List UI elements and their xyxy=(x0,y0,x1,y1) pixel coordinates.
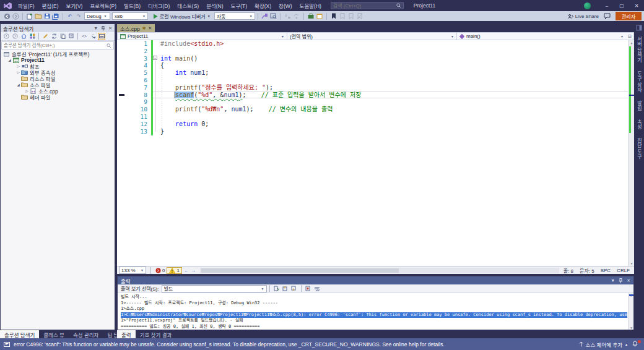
redo-icon[interactable]: ↷ xyxy=(74,12,83,20)
line-number[interactable]: 6 xyxy=(117,77,147,84)
line-ending-indicator[interactable]: CRLF xyxy=(617,268,630,273)
open-file-icon[interactable] xyxy=(34,12,43,20)
next-message-icon[interactable] xyxy=(290,285,298,292)
project-dropdown[interactable]: Project11 ▼ xyxy=(118,33,287,40)
maximize-button[interactable]: ▢ xyxy=(614,3,629,9)
live-share-button[interactable]: Live Share xyxy=(567,14,599,19)
editor-horizontal-scrollbar[interactable] xyxy=(200,268,559,273)
show-output-from-dropdown[interactable]: 빌드▼ xyxy=(162,285,267,292)
line-number[interactable]: 7 xyxy=(117,84,147,92)
split-window-button[interactable]: ⊟ xyxy=(626,33,633,40)
menu-project[interactable]: 프로젝트(P) xyxy=(87,1,120,11)
line-number[interactable]: 11 xyxy=(117,113,147,121)
window-position-icon[interactable]: ▼ xyxy=(611,278,615,283)
administrator-badge[interactable]: 관리자 xyxy=(616,12,642,20)
bookmark-icon[interactable] xyxy=(329,12,338,20)
caret-line-indicator[interactable]: 줄: 8 xyxy=(564,267,573,274)
se-switch-views-icon[interactable] xyxy=(28,33,36,40)
output-content[interactable]: 빌드 시작... 1>------ 빌드 시작: 프로젝트: Project11… xyxy=(118,293,633,330)
se-home-icon[interactable] xyxy=(20,33,27,40)
minimize-button[interactable]: – xyxy=(599,3,614,9)
solution-configuration-dropdown[interactable]: Debug▼ xyxy=(84,12,110,20)
tab-server-explorer[interactable]: 서버 탐색기 xyxy=(636,36,643,62)
se-pending-edit-icon[interactable] xyxy=(41,33,49,40)
solution-explorer-window-icon[interactable] xyxy=(315,12,324,20)
expander-expanded-icon[interactable]: ◢ xyxy=(15,83,21,87)
menu-analyze[interactable]: 분석(N) xyxy=(203,1,226,11)
output-header[interactable]: 출력 ▼ ✕ xyxy=(118,276,633,284)
line-number[interactable]: 12 xyxy=(117,121,147,128)
scroll-down-icon[interactable]: ▼ xyxy=(629,326,633,330)
menu-build[interactable]: 빌드(B) xyxy=(121,1,144,11)
find-in-files-icon[interactable] xyxy=(269,12,278,20)
tab-output[interactable]: 출력 xyxy=(117,330,136,338)
word-wrap-icon[interactable] xyxy=(313,285,321,292)
se-preview-selected-icon[interactable] xyxy=(98,33,105,40)
line-number[interactable]: 3 xyxy=(117,55,147,62)
scroll-down-icon[interactable]: ▼ xyxy=(629,262,634,265)
tab-property-manager[interactable]: 속성 관리자 xyxy=(69,330,103,338)
line-number[interactable]: 1 xyxy=(117,40,147,48)
navigate-forward-icon[interactable] xyxy=(11,12,20,20)
quick-search-box[interactable] xyxy=(331,2,404,9)
save-all-icon[interactable] xyxy=(51,12,60,20)
expander-collapsed-icon[interactable]: ▷ xyxy=(15,70,21,74)
tab-notifications[interactable]: 알림 xyxy=(636,101,643,111)
scope-dropdown[interactable]: (전역 범위) ▼ xyxy=(287,33,457,40)
spaces-indicator[interactable]: SPC xyxy=(601,268,611,273)
attach-to-process-icon[interactable] xyxy=(261,12,269,20)
tree-item-solution[interactable]: 솔루션 'Project11' (1/1개 프로젝트) xyxy=(1,51,115,57)
pin-icon[interactable] xyxy=(619,278,623,283)
next-issue-icon[interactable]: → xyxy=(191,268,196,273)
undo-icon[interactable]: ↶ xyxy=(66,12,74,20)
expander-collapsed-icon[interactable]: ▷ xyxy=(15,64,21,68)
tree-item-resource-files[interactable]: 리소스 파일 xyxy=(1,75,115,82)
menu-extensions[interactable]: 확장(X) xyxy=(251,1,274,11)
warning-count[interactable]: 1 xyxy=(167,267,181,274)
close-panel-icon[interactable]: ✕ xyxy=(627,278,630,283)
find-message-icon[interactable] xyxy=(272,285,281,292)
se-code-view-icon[interactable]: <> xyxy=(80,33,88,40)
start-debugging-button[interactable]: 로컬 Windows 디버거 ▼ xyxy=(151,12,212,20)
member-dropdown[interactable]: main() ▼ xyxy=(457,33,626,40)
solution-explorer-search-input[interactable] xyxy=(4,43,107,48)
caret-column-indicator[interactable]: 문자: 5 xyxy=(580,267,594,274)
previous-issue-icon[interactable]: ← xyxy=(184,268,189,273)
tab-find-symbol-results[interactable]: 기호 찾기 결과 xyxy=(136,330,176,338)
line-number[interactable]: 9 xyxy=(117,98,147,106)
save-icon[interactable] xyxy=(43,12,51,20)
se-collapse-all-icon[interactable] xyxy=(67,33,75,40)
menu-help[interactable]: 도움말(H) xyxy=(297,1,324,11)
output-scrollbar[interactable]: ▲ ▼ xyxy=(628,293,633,330)
tab-toolbox[interactable]: 도구 상자 xyxy=(636,71,643,92)
se-properties-icon[interactable] xyxy=(89,33,97,40)
line-number[interactable]: 4 xyxy=(117,62,147,69)
scroll-up-icon[interactable]: ▲ xyxy=(629,41,634,45)
menu-debug[interactable]: 디버그(D) xyxy=(145,1,173,11)
tab-source-cpp[interactable]: 소스.cpp ✱ ✕ xyxy=(117,24,155,32)
navigate-back-icon[interactable] xyxy=(2,12,11,20)
line-number[interactable]: 2 xyxy=(117,48,147,55)
solution-explorer-search[interactable] xyxy=(1,41,114,49)
notifications-button[interactable] xyxy=(632,341,640,348)
tree-item-project[interactable]: ◢ ++ Project11 xyxy=(1,57,115,63)
line-number[interactable]: 13 xyxy=(117,128,147,135)
code-area[interactable]: − 1#include<stdio.h> 2 3int main() 4{ 5 … xyxy=(117,40,634,266)
solution-explorer-header[interactable]: 솔루션 탐색기 ▼ ✕ xyxy=(1,24,115,32)
collapse-region-icon[interactable]: − xyxy=(153,56,157,60)
clear-all-icon[interactable] xyxy=(304,285,313,292)
add-to-source-control-button[interactable]: 소스 제어에 추가 ▲ xyxy=(579,341,628,348)
menu-tools[interactable]: 도구(T) xyxy=(228,1,251,11)
new-project-icon[interactable] xyxy=(25,12,34,20)
expander-collapsed-icon[interactable]: ▷ xyxy=(24,89,30,93)
menu-view[interactable]: 보기(V) xyxy=(63,1,85,11)
menu-test[interactable]: 테스트(S) xyxy=(174,1,202,11)
tab-solution-explorer[interactable]: 솔루션 탐색기 xyxy=(0,330,39,338)
close-button[interactable]: ✕ xyxy=(629,3,644,9)
previous-message-icon[interactable] xyxy=(281,285,290,292)
error-count[interactable]: 0 xyxy=(155,268,165,273)
tree-item-external-dependencies[interactable]: ▷ 외부 종속성 xyxy=(1,69,115,75)
se-sync-icon[interactable] xyxy=(50,33,58,40)
status-message[interactable]: error C4996: 'scanf': This function or v… xyxy=(14,341,575,348)
pin-icon[interactable] xyxy=(101,26,105,31)
